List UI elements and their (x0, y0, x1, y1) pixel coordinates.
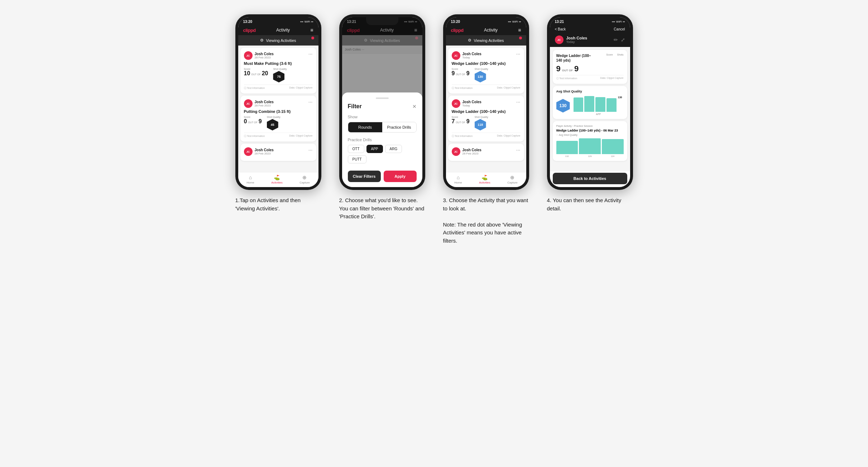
avatar-p3-2: JC (452, 99, 460, 108)
chip-app[interactable]: APP (366, 145, 383, 153)
home-nav-item[interactable]: ⌂ Home (246, 175, 254, 184)
filter-section-2: Practice Drills OTT APP ARG PUTT (348, 138, 417, 163)
phone-4-screen: 13:21 ▪▪▪ WiFi ▪▪ < Back Cancel JC J (550, 17, 630, 187)
menu-icon[interactable]: ≡ (310, 27, 313, 33)
card-1-header: JC Josh Coles 28 Feb 2023 ··· (244, 51, 313, 60)
clear-filters-button[interactable]: Clear Filters (348, 171, 381, 182)
phone-1: 13:20 ▪▪▪ WiFi ▪▪ clippd Activity ≡ ⚙ Vi… (235, 14, 321, 190)
more-button-p3-1[interactable]: ··· (516, 51, 521, 56)
capture-nav-item[interactable]: ⊕ Capture (299, 175, 310, 184)
phone-3: 13:20 ▪▪▪ WiFi ▪▪ clippd Activity ≡ ⚙ Vi… (443, 14, 529, 190)
activities-nav-item-3[interactable]: ⛳ Activities (479, 175, 490, 184)
quality-badge-p3-1: 130 (475, 71, 486, 82)
drills-label: Practice Drills (348, 138, 417, 142)
score-value-1: 10 (244, 70, 250, 77)
capture-label: Capture (299, 181, 310, 184)
quality-label-2: Shot Quality (267, 116, 280, 118)
footer-info-p3-2: ⓘ Test Information (452, 134, 473, 138)
filter-sheet: Filter ✕ Show Rounds Practice Drills Pra… (342, 92, 422, 187)
filter-toggle-row: Rounds Practice Drills (348, 122, 417, 133)
capture-nav-item-3[interactable]: ⊕ Capture (507, 175, 517, 184)
bar-label-124: 124 (602, 155, 624, 157)
back-button[interactable]: < Back (555, 27, 566, 31)
detail-action-icons: ✏ ⤢ (614, 37, 625, 43)
phone-3-nav-bar: clippd Activity ≡ (446, 25, 526, 35)
phone-1-container: 13:20 ▪▪▪ WiFi ▪▪ clippd Activity ≡ ⚙ Vi… (232, 14, 325, 213)
home-nav-item-3[interactable]: ⌂ Home (454, 175, 462, 184)
caption-2: 2. Choose what you'd like to see. You ca… (339, 196, 425, 221)
activity-card-3[interactable]: JC Josh Coles 28 Feb 2023 ··· (240, 144, 316, 161)
filter-overlay: Filter ✕ Show Rounds Practice Drills Pra… (342, 17, 422, 187)
more-button-3[interactable]: ··· (308, 147, 313, 152)
filter-title: Filter (348, 103, 362, 110)
caption-4: 4. You can then see the Activity detail. (547, 196, 633, 213)
viewing-activities-bar[interactable]: ⚙ Viewing Activities (238, 35, 318, 46)
quality-badge-p3-2: 118 (475, 119, 486, 130)
avatar-p3-3: JC (452, 147, 460, 156)
cancel-button[interactable]: Cancel (614, 27, 625, 31)
phone-4-notch (574, 17, 606, 25)
battery-icon-3: ▪▪ (519, 20, 521, 23)
more-button-1[interactable]: ··· (308, 51, 313, 56)
score-stat-1: Score 10 OUT OF 20 (244, 68, 268, 82)
signal-icon: ▪▪▪ (300, 20, 303, 23)
menu-icon-3[interactable]: ≡ (518, 27, 521, 33)
avatar-1: JC (244, 51, 253, 60)
score-detail-row: 9 OUT OF 9 (556, 64, 624, 73)
chip-arg[interactable]: ARG (385, 145, 402, 153)
more-button-2[interactable]: ··· (308, 99, 313, 104)
score-value-p3-2: 7 (452, 118, 455, 125)
nav-title: Activity (276, 28, 290, 33)
bar-label-132: 132 (556, 155, 578, 157)
chip-putt[interactable]: PUTT (348, 155, 366, 163)
chip-ott[interactable]: OTT (348, 145, 364, 153)
card-2-user: JC Josh Coles 28 Feb 2023 (244, 99, 274, 108)
footer-data-2: Data: Clippd Capture (289, 134, 312, 138)
viewing-activities-bar-3[interactable]: ⚙ Viewing Activities (446, 35, 526, 46)
activities-nav-item[interactable]: ⛳ Activities (271, 175, 283, 184)
detail-score-card: Wedge Ladder (100–140 yds) Score Shots (553, 50, 627, 84)
activity-card-p3-2[interactable]: JC Josh Coles Today ··· Wedge Ladder (10… (448, 96, 524, 142)
edit-icon[interactable]: ✏ (614, 37, 618, 43)
back-to-activities-button[interactable]: Back to Activities (553, 173, 627, 184)
quality-badge-2: 45 (267, 119, 278, 130)
user-info-2: Josh Coles 28 Feb 2023 (255, 100, 274, 107)
filter-close-button[interactable]: ✕ (412, 104, 417, 109)
card-stats-1: Score 10 OUT OF 20 Shot Quality (244, 68, 313, 82)
wifi-icon: WiFi (304, 20, 310, 23)
card-title-p3-2: Wedge Ladder (100–140 yds) (452, 109, 521, 114)
detail-user-info: JC Josh Coles Today (555, 35, 588, 44)
session-label: Player Activity › Practice Session (556, 125, 624, 127)
more-button-p3-3[interactable]: ··· (516, 147, 521, 152)
wifi-icon-3: WiFi (512, 20, 518, 23)
more-button-p3-2[interactable]: ··· (516, 99, 521, 104)
shots-value-p3-2: 9 (466, 118, 470, 125)
quality-stat-2: Shot Quality 45 (267, 116, 280, 130)
signal-icon-4: ▪▪▪ (612, 20, 615, 23)
activity-card-1[interactable]: JC Josh Coles 28 Feb 2023 ··· Must Make … (240, 48, 316, 94)
apply-button[interactable]: Apply (384, 171, 417, 182)
user-date-p3-1: Today (462, 56, 481, 59)
phone-1-status-icons: ▪▪▪ WiFi ▪▪ (300, 20, 313, 23)
signal-icon-3: ▪▪▪ (508, 20, 511, 23)
detail-content: Wedge Ladder (100–140 yds) Score Shots (550, 47, 630, 171)
phone-2-container: 13:21 ▪▪▪ WiFi ▪▪ clippd Activity ≡ ⚙ Vi… (336, 14, 429, 221)
score-value-p3-1: 9 (452, 70, 455, 77)
rounds-toggle[interactable]: Rounds (348, 122, 382, 132)
user-name-1: Josh Coles (255, 52, 274, 56)
practice-drills-toggle[interactable]: Practice Drills (382, 122, 416, 132)
user-name-2: Josh Coles (255, 100, 274, 104)
activity-card-p3-3[interactable]: JC Josh Coles 28 Feb 2023 ··· (448, 144, 524, 161)
activity-card-2[interactable]: JC Josh Coles 28 Feb 2023 ··· Putting Co… (240, 96, 316, 142)
user-name-p3-1: Josh Coles (462, 52, 481, 56)
activity-card-p3-1[interactable]: JC Josh Coles Today ··· Wedge Ladder (10… (448, 48, 524, 94)
session-bar-3 (602, 139, 624, 154)
user-date-p3-3: 28 Feb 2023 (462, 152, 481, 155)
detail-user-text: Josh Coles Today (566, 36, 588, 44)
card-footer-1: ⓘ Test Information Data: Clippd Capture (244, 85, 313, 90)
footer-data-p3-1: Data: Clippd Capture (497, 86, 520, 90)
detail-drill-title-text: Wedge Ladder (100–140 yds) (556, 53, 592, 63)
red-dot-indicator-3 (519, 37, 522, 39)
activities-label: Activities (271, 181, 283, 184)
share-icon[interactable]: ⤢ (621, 37, 625, 43)
